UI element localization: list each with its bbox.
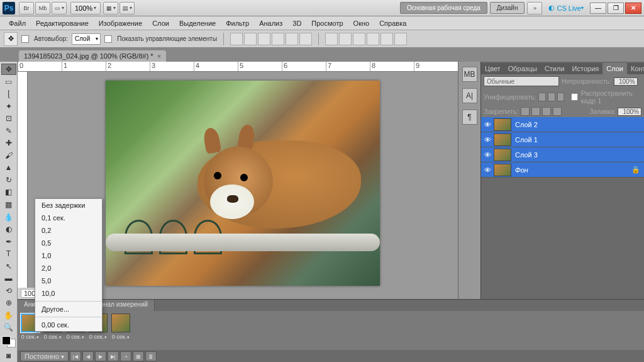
tab-styles[interactable]: Стили <box>541 63 569 74</box>
next-frame-button[interactable]: ▶| <box>108 351 119 361</box>
path-tool[interactable]: ↖ <box>1 261 16 272</box>
window-maximize-button[interactable]: ❐ <box>608 3 624 14</box>
tab-color[interactable]: Цвет <box>481 63 504 74</box>
menu-file[interactable]: Файл <box>4 18 31 29</box>
shape-tool[interactable]: ▬ <box>1 273 16 284</box>
frame-delay-dropdown[interactable]: 0 сек. <box>21 334 39 340</box>
frame-delay-dropdown[interactable]: 0 сек. <box>67 334 84 340</box>
opacity-field[interactable]: 100% <box>614 77 638 86</box>
brush-tool[interactable]: 🖌 <box>1 150 16 161</box>
color-swatch[interactable] <box>2 336 16 348</box>
wand-tool[interactable]: ✦ <box>1 101 16 112</box>
align-top-button[interactable] <box>230 33 243 45</box>
layer-name[interactable]: Слой 2 <box>515 121 538 128</box>
delay-option-5-0[interactable]: 5,0 <box>35 274 102 287</box>
menu-select[interactable]: Выделение <box>174 18 221 29</box>
delay-option-10-0[interactable]: 10,0 <box>35 287 102 300</box>
3d-camera-tool[interactable]: ⊕ <box>1 298 16 309</box>
menu-view[interactable]: Просмотр <box>306 18 348 29</box>
fill-field[interactable]: 100% <box>618 108 641 116</box>
arrange-docs-dropdown[interactable]: ▦ <box>103 2 118 14</box>
unify-position-button[interactable] <box>538 93 546 101</box>
menu-analysis[interactable]: Анализ <box>254 18 287 29</box>
layer-name[interactable]: Слой 3 <box>515 151 538 159</box>
layer-name[interactable]: Слой 1 <box>515 136 538 144</box>
layer-row[interactable]: 👁 Слой 1 <box>481 132 644 147</box>
dodge-tool[interactable]: ◐ <box>1 223 16 235</box>
align-right-button[interactable] <box>299 33 312 45</box>
menu-image[interactable]: Изображение <box>94 18 147 29</box>
lock-position-button[interactable] <box>542 107 551 116</box>
paragraph-dock-icon[interactable]: ¶ <box>462 110 477 125</box>
unify-visibility-button[interactable] <box>548 93 555 101</box>
layer-thumbnail[interactable] <box>494 164 511 176</box>
delete-frame-button[interactable]: 🗑 <box>145 351 157 361</box>
align-left-button[interactable] <box>272 33 284 45</box>
move-tool[interactable]: ✥ <box>1 64 16 75</box>
menu-filter[interactable]: Фильтр <box>221 18 254 29</box>
distribute-bottom-button[interactable] <box>353 33 365 45</box>
type-tool[interactable]: T <box>1 248 16 259</box>
auto-select-dropdown[interactable]: Слой <box>72 33 101 45</box>
prev-frame-button[interactable]: ◀ <box>82 351 94 361</box>
menu-layer[interactable]: Слои <box>147 18 174 29</box>
extras-dropdown[interactable]: ▤ <box>119 2 135 14</box>
document-image[interactable] <box>106 81 380 286</box>
zoom-level-dropdown[interactable]: 100% <box>70 2 101 14</box>
eyedropper-tool[interactable]: ✎ <box>1 125 16 137</box>
menu-window[interactable]: Окно <box>348 18 375 29</box>
distribute-left-button[interactable] <box>367 33 379 45</box>
gradient-tool[interactable]: ▦ <box>1 199 16 210</box>
propagate-frame-checkbox[interactable] <box>571 93 577 101</box>
window-close-button[interactable]: ✕ <box>625 3 641 14</box>
minibridge-button[interactable]: Mb <box>35 2 50 14</box>
workspace-essentials-button[interactable]: Основная рабочая среда <box>400 2 487 14</box>
layer-visibility-icon[interactable]: 👁 <box>481 151 494 159</box>
align-hcenter-button[interactable] <box>286 33 298 45</box>
frame-delay-dropdown[interactable]: 0 сек. <box>112 334 130 340</box>
tween-button[interactable]: ⇢ <box>120 351 131 361</box>
animation-frame[interactable]: 0 сек. <box>111 314 131 348</box>
frame-thumbnail[interactable] <box>111 314 130 332</box>
screen-mode-dropdown[interactable]: ▭ <box>52 2 67 14</box>
workspace-design-button[interactable]: Дизайн <box>490 2 525 14</box>
zoom-tool[interactable]: 🔍 <box>1 322 16 334</box>
ruler-horizontal[interactable]: 012345678910111213141516171819 <box>18 62 458 72</box>
duplicate-frame-button[interactable]: ▦ <box>133 351 144 361</box>
foreground-color-swatch[interactable] <box>2 336 11 345</box>
menu-3d[interactable]: 3D <box>287 18 306 29</box>
tab-paths[interactable]: Контуры <box>627 63 644 74</box>
auto-select-checkbox[interactable] <box>21 35 29 43</box>
delay-option-other[interactable]: Другое... <box>35 303 102 315</box>
pen-tool[interactable]: ✒ <box>1 236 16 247</box>
frame-delay-dropdown[interactable]: 0 сек. <box>89 334 107 340</box>
menu-edit[interactable]: Редактирование <box>31 18 94 29</box>
layer-row[interactable]: 👁 Слой 2 <box>481 117 644 132</box>
align-bottom-button[interactable] <box>258 33 270 45</box>
cslive-dropdown[interactable]: CS Live <box>548 4 584 12</box>
blend-mode-dropdown[interactable]: Обычные <box>484 76 559 86</box>
hand-tool[interactable]: ✋ <box>1 310 16 321</box>
3d-tool[interactable]: ⟲ <box>1 285 16 297</box>
tab-swatches[interactable]: Образцы <box>504 63 541 74</box>
layer-visibility-icon[interactable]: 👁 <box>481 136 494 144</box>
tab-layers[interactable]: Слои <box>602 63 627 74</box>
tab-history[interactable]: История <box>569 63 603 74</box>
delay-option-none[interactable]: Без задержки <box>35 199 102 212</box>
window-minimize-button[interactable]: — <box>590 3 606 14</box>
distribute-right-button[interactable] <box>394 33 407 45</box>
menu-help[interactable]: Справка <box>374 18 411 29</box>
first-frame-button[interactable]: |◀ <box>70 351 81 361</box>
document-tab[interactable]: 1394185023_024.jpg @ 100% (RGB/8#) * × <box>19 50 166 62</box>
show-transform-checkbox[interactable] <box>104 35 112 43</box>
lock-transparent-button[interactable] <box>521 107 530 116</box>
loop-dropdown[interactable]: Постоянно ▾ <box>20 351 69 361</box>
delay-option-2-0[interactable]: 2,0 <box>35 262 102 274</box>
distribute-hcenter-button[interactable] <box>380 33 393 45</box>
crop-tool[interactable]: ⊡ <box>1 113 16 125</box>
eraser-tool[interactable]: ◧ <box>1 187 16 198</box>
delay-option-1-0[interactable]: 1,0 <box>35 249 102 262</box>
layer-name[interactable]: Фон <box>515 166 528 174</box>
layer-thumbnail[interactable] <box>494 118 511 131</box>
delay-option-0-5[interactable]: 0,5 <box>35 237 102 249</box>
